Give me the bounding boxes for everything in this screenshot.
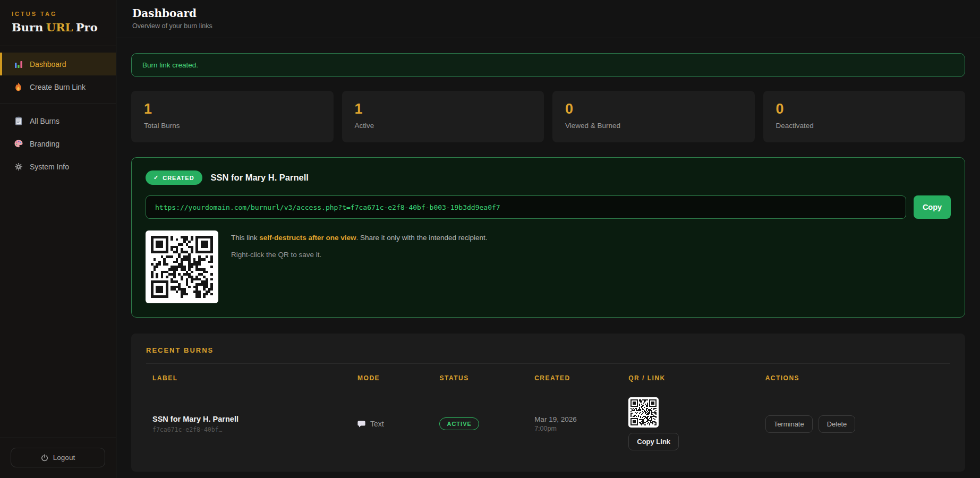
sidebar-item-create-burn-link[interactable]: Create Burn Link bbox=[0, 75, 116, 98]
sidebar-item-label: All Burns bbox=[30, 117, 59, 125]
recent-burns-card: RECENT BURNS LABEL MODE STATUS CREATED Q… bbox=[131, 334, 965, 472]
sidebar-item-label: Branding bbox=[30, 140, 59, 148]
page-header: Dashboard Overview of your burn links bbox=[116, 0, 980, 38]
stat-label: Active bbox=[355, 122, 532, 130]
stat-label: Total Burns bbox=[144, 122, 321, 130]
page-subtitle: Overview of your burn links bbox=[132, 22, 964, 30]
sidebar: ICTUS TAG BurnURLPro Dashboard Create Bu… bbox=[0, 0, 116, 478]
created-link-title: SSN for Mary H. Parnell bbox=[211, 173, 309, 183]
palette-icon bbox=[14, 139, 23, 148]
alert-message: Burn link created. bbox=[142, 61, 198, 69]
sidebar-item-label: Create Burn Link bbox=[30, 83, 86, 91]
stat-card-deactivated: 0 Deactivated bbox=[763, 91, 966, 142]
created-cell: Mar 19, 2026 7:00pm bbox=[528, 390, 622, 458]
stat-card-viewed-burned: 0 Viewed & Burned bbox=[552, 91, 755, 142]
brand-name: BurnURLPro bbox=[12, 21, 104, 34]
recent-burns-title: RECENT BURNS bbox=[146, 346, 950, 364]
table-header-row: LABEL MODE STATUS CREATED QR / LINK ACTI… bbox=[146, 364, 950, 390]
qr-code-image[interactable] bbox=[146, 231, 218, 303]
qr-link-cell: Copy Link bbox=[622, 390, 759, 458]
speech-bubble-icon bbox=[357, 421, 365, 428]
created-card-header: ✓ CREATED SSN for Mary H. Parnell bbox=[146, 170, 951, 185]
brand-name-part: URL bbox=[46, 21, 73, 34]
copy-url-button[interactable]: Copy bbox=[914, 195, 951, 219]
sidebar-item-system-info[interactable]: System Info bbox=[0, 155, 116, 178]
self-destruct-note: This link self-destructs after one view.… bbox=[231, 231, 487, 242]
copy-link-button[interactable]: Copy Link bbox=[628, 433, 679, 450]
table-row: SSN for Mary H. Parnell f7ca671c-e2f8-40… bbox=[146, 390, 950, 458]
brand-tag: ICTUS TAG bbox=[12, 11, 104, 17]
power-icon bbox=[41, 454, 48, 462]
stat-value: 1 bbox=[355, 101, 532, 117]
note-text: This link bbox=[231, 234, 259, 242]
qr-section: This link self-destructs after one view.… bbox=[146, 231, 951, 303]
logout-button[interactable]: Logout bbox=[11, 448, 105, 467]
column-header-actions: ACTIONS bbox=[759, 364, 950, 390]
sidebar-item-all-burns[interactable]: All Burns bbox=[0, 109, 116, 132]
column-header-mode: MODE bbox=[351, 364, 433, 390]
stat-card-total-burns: 1 Total Burns bbox=[131, 91, 334, 142]
delete-button[interactable]: Delete bbox=[819, 415, 856, 433]
burn-label: SSN for Mary H. Parnell bbox=[152, 415, 345, 423]
column-header-label: LABEL bbox=[146, 364, 351, 390]
stat-label: Deactivated bbox=[776, 122, 953, 130]
bar-chart-icon bbox=[14, 59, 23, 69]
created-status-badge: ✓ CREATED bbox=[146, 170, 202, 185]
stats-grid: 1 Total Burns 1 Active 0 Viewed & Burned… bbox=[131, 91, 965, 142]
status-badge: ACTIVE bbox=[439, 417, 479, 430]
column-header-qr-link: QR / LINK bbox=[622, 364, 759, 390]
stat-value: 0 bbox=[776, 101, 953, 117]
clipboard-icon bbox=[14, 116, 23, 125]
qr-thumbnail-image[interactable] bbox=[628, 397, 659, 428]
flame-icon bbox=[14, 82, 23, 91]
burn-url-input[interactable] bbox=[146, 195, 906, 219]
mode-cell: Text bbox=[351, 390, 433, 458]
actions-cell: Terminate Delete bbox=[759, 390, 950, 458]
created-badge-label: CREATED bbox=[163, 175, 194, 181]
page-title: Dashboard bbox=[132, 7, 964, 20]
sidebar-item-branding[interactable]: Branding bbox=[0, 132, 116, 155]
stat-value: 1 bbox=[144, 101, 321, 117]
sidebar-item-dashboard[interactable]: Dashboard bbox=[0, 53, 116, 75]
qr-save-hint: Right-click the QR to save it. bbox=[231, 251, 487, 259]
column-header-created: CREATED bbox=[528, 364, 622, 390]
app-window: ICTUS TAG BurnURLPro Dashboard Create Bu… bbox=[0, 0, 980, 478]
created-link-card: ✓ CREATED SSN for Mary H. Parnell Copy T… bbox=[131, 157, 965, 318]
brand-name-part: Burn bbox=[12, 21, 43, 34]
stat-card-active: 1 Active bbox=[342, 91, 544, 142]
success-alert: Burn link created. bbox=[131, 53, 965, 77]
check-icon: ✓ bbox=[154, 174, 159, 181]
brand-logo: ICTUS TAG BurnURLPro bbox=[0, 0, 116, 46]
created-time: 7:00pm bbox=[534, 425, 616, 432]
url-row: Copy bbox=[146, 195, 951, 219]
stat-value: 0 bbox=[565, 101, 742, 117]
logout-label: Logout bbox=[53, 454, 75, 462]
sidebar-nav: Dashboard Create Burn Link All Burns Bra bbox=[0, 46, 116, 178]
qr-note: This link self-destructs after one view.… bbox=[231, 231, 487, 303]
recent-burns-table: LABEL MODE STATUS CREATED QR / LINK ACTI… bbox=[146, 364, 950, 458]
note-highlight: self-destructs after one view bbox=[259, 234, 356, 242]
sidebar-divider bbox=[0, 104, 116, 104]
brand-name-part: Pro bbox=[76, 21, 98, 34]
mode-label: Text bbox=[370, 420, 384, 428]
page-content: Burn link created. 1 Total Burns 1 Activ… bbox=[116, 38, 980, 478]
stat-label: Viewed & Burned bbox=[565, 122, 742, 130]
gear-icon bbox=[14, 162, 23, 171]
sidebar-item-label: System Info bbox=[30, 163, 69, 171]
note-text: . Share it only with the intended recipi… bbox=[356, 234, 488, 242]
terminate-button[interactable]: Terminate bbox=[765, 415, 813, 433]
sidebar-footer: Logout bbox=[0, 438, 116, 478]
sidebar-item-label: Dashboard bbox=[30, 60, 66, 69]
column-header-status: STATUS bbox=[433, 364, 528, 390]
created-date: Mar 19, 2026 bbox=[534, 415, 616, 423]
label-cell: SSN for Mary H. Parnell f7ca671c-e2f8-40… bbox=[146, 390, 351, 458]
main-area: Dashboard Overview of your burn links Bu… bbox=[116, 0, 980, 478]
burn-token-id: f7ca671c-e2f8-40bf… bbox=[152, 426, 345, 433]
status-cell: ACTIVE bbox=[433, 390, 528, 458]
